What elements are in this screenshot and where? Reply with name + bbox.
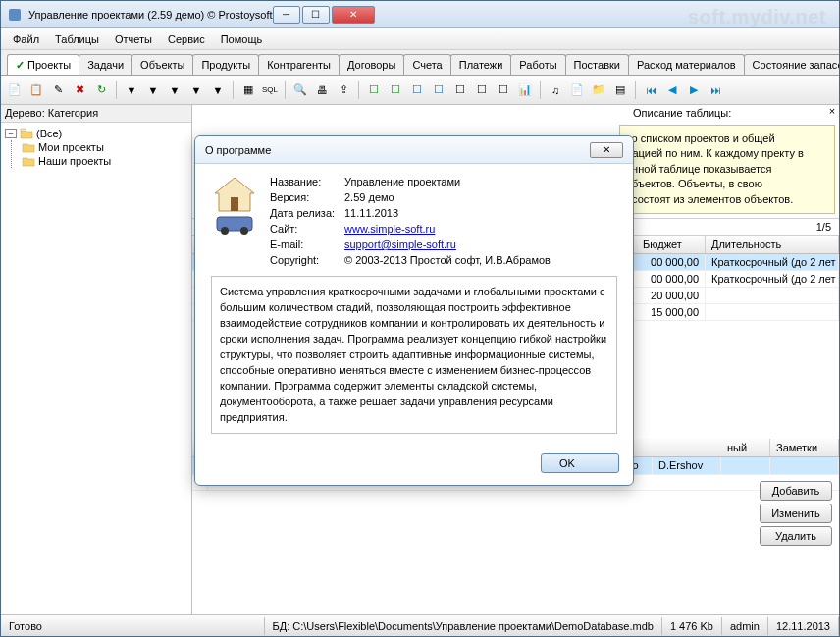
col-budget[interactable]: Бюджет bbox=[637, 236, 706, 253]
about-site-label: Сайт: bbox=[270, 223, 344, 235]
folder-open-icon bbox=[20, 128, 33, 139]
folder-icon[interactable]: 📁 bbox=[589, 80, 608, 100]
svg-point-5 bbox=[240, 227, 248, 235]
sql-icon[interactable]: SQL bbox=[260, 80, 280, 100]
tab-accounts[interactable]: Счета bbox=[403, 54, 450, 75]
export-icon[interactable]: ⇪ bbox=[334, 80, 353, 100]
last-icon[interactable]: ⏭ bbox=[706, 80, 725, 100]
new-icon[interactable]: 📄 bbox=[5, 80, 25, 100]
excel-icon[interactable]: ☐ bbox=[364, 80, 384, 100]
word-icon[interactable]: ☐ bbox=[407, 80, 427, 100]
about-app-icon bbox=[211, 176, 258, 235]
word2-icon[interactable]: ☐ bbox=[429, 80, 448, 100]
tab-deliveries[interactable]: Поставки bbox=[565, 54, 629, 75]
filter-icon[interactable]: ▼ bbox=[122, 80, 141, 100]
about-description: Система управления краткосрочными задача… bbox=[211, 276, 617, 434]
excel2-icon[interactable]: ☐ bbox=[386, 80, 405, 100]
group-icon[interactable]: ▦ bbox=[238, 80, 258, 100]
tree-my-projects[interactable]: Мои проекты bbox=[22, 140, 187, 154]
tab-materials[interactable]: Расход материалов bbox=[628, 54, 745, 75]
about-version-label: Версия: bbox=[270, 191, 344, 203]
tree-node-label: Наши проекты bbox=[38, 155, 111, 167]
close-button[interactable]: ✕ bbox=[332, 6, 375, 24]
menu-reports[interactable]: Отчеты bbox=[107, 30, 160, 48]
col-duration[interactable]: Длительность bbox=[706, 236, 839, 253]
xml-icon[interactable]: ☐ bbox=[494, 80, 513, 100]
html-icon[interactable]: ☐ bbox=[450, 80, 470, 100]
tab-objects[interactable]: Объекты bbox=[131, 54, 193, 75]
next-icon[interactable]: ▶ bbox=[684, 80, 704, 100]
info-box: со списком проектов и общей дацией по ни… bbox=[619, 125, 835, 214]
delete-icon[interactable]: ✖ bbox=[70, 80, 89, 100]
window-title: Управление проектами (2.59 демо) © Prost… bbox=[28, 9, 273, 21]
tab-tasks[interactable]: Задачи bbox=[79, 54, 132, 75]
print-icon[interactable]: 🖶 bbox=[312, 80, 332, 100]
refresh-icon[interactable]: ↻ bbox=[91, 80, 111, 100]
status-db: БД: C:\Users\Flexible\Documents\Управлен… bbox=[265, 617, 662, 635]
tab-products[interactable]: Продукты bbox=[192, 54, 259, 75]
status-user: admin bbox=[722, 617, 768, 635]
about-date-label: Дата релиза: bbox=[270, 207, 344, 219]
tree-our-projects[interactable]: Наши проекты bbox=[22, 154, 187, 168]
menu-help[interactable]: Помощь bbox=[213, 30, 271, 48]
filter-add-icon[interactable]: ▼ bbox=[143, 80, 163, 100]
svg-rect-2 bbox=[231, 197, 238, 211]
first-icon[interactable]: ⏮ bbox=[641, 80, 660, 100]
svg-rect-0 bbox=[9, 9, 21, 21]
about-email-label: E-mail: bbox=[270, 239, 344, 250]
app-icon bbox=[7, 7, 23, 23]
tab-contracts[interactable]: Договоры bbox=[339, 54, 404, 75]
tab-payments[interactable]: Платежи bbox=[450, 54, 512, 75]
status-date: 12.11.2013 bbox=[768, 617, 839, 635]
delete-button[interactable]: Удалить bbox=[760, 526, 832, 546]
music-icon[interactable]: ♫ bbox=[546, 80, 565, 100]
col-notes[interactable]: Заметки bbox=[770, 439, 839, 456]
edit-button[interactable]: Изменить bbox=[760, 504, 832, 523]
filter-del-icon[interactable]: ▼ bbox=[165, 80, 184, 100]
maximize-button[interactable]: ☐ bbox=[302, 6, 330, 24]
info-header: Описание таблицы: bbox=[629, 105, 825, 121]
panel-close-icon[interactable]: × bbox=[825, 105, 839, 121]
menu-tables[interactable]: Таблицы bbox=[47, 30, 107, 48]
tab-works[interactable]: Работы bbox=[510, 54, 565, 75]
about-name-value: Управление проектами bbox=[344, 176, 460, 187]
menu-file[interactable]: Файл bbox=[5, 30, 47, 48]
search-icon[interactable]: 🔍 bbox=[290, 80, 310, 100]
tree-panel: Дерево: Категория − (Все) Мои проекты На… bbox=[1, 105, 192, 614]
menu-service[interactable]: Сервис bbox=[160, 30, 213, 48]
about-email-link[interactable]: support@simple-soft.ru bbox=[344, 239, 456, 250]
tree-icon[interactable]: ▤ bbox=[610, 80, 630, 100]
action-buttons: Добавить Изменить Удалить bbox=[760, 481, 832, 546]
copy-icon[interactable]: 📋 bbox=[26, 80, 46, 100]
prev-icon[interactable]: ◀ bbox=[662, 80, 682, 100]
about-close-button[interactable]: ✕ bbox=[590, 142, 623, 158]
collapse-icon[interactable]: − bbox=[5, 129, 17, 138]
filter-x-icon[interactable]: ▼ bbox=[186, 80, 206, 100]
doc-icon[interactable]: 📄 bbox=[567, 80, 587, 100]
chart-icon[interactable]: 📊 bbox=[515, 80, 535, 100]
csv-icon[interactable]: ☐ bbox=[472, 80, 492, 100]
tree-header: Дерево: Категория bbox=[1, 105, 191, 123]
titlebar: Управление проектами (2.59 демо) © Prost… bbox=[1, 1, 839, 28]
tree-node-label: Мои проекты bbox=[38, 141, 104, 153]
svg-point-4 bbox=[221, 227, 229, 235]
folder-icon bbox=[22, 141, 35, 153]
tree-root[interactable]: − (Все) bbox=[5, 127, 187, 140]
tree-root-label: (Все) bbox=[36, 128, 62, 139]
tab-stock[interactable]: Состояние запасо bbox=[744, 54, 839, 75]
statusbar: Готово БД: C:\Users\Flexible\Documents\У… bbox=[1, 614, 839, 636]
about-ok-button[interactable]: OK bbox=[541, 453, 619, 473]
edit-icon[interactable]: ✎ bbox=[48, 80, 68, 100]
about-site-link[interactable]: www.simple-soft.ru bbox=[344, 223, 435, 235]
folder-icon bbox=[22, 155, 35, 167]
about-name-label: Название: bbox=[270, 176, 344, 187]
toolbar: 📄 📋 ✎ ✖ ↻ ▼ ▼ ▼ ▼ ▼ ▦ SQL 🔍 🖶 ⇪ ☐ ☐ ☐ ☐ … bbox=[1, 76, 839, 105]
about-title: О программе bbox=[205, 144, 590, 156]
tab-projects[interactable]: ✓Проекты bbox=[7, 54, 79, 76]
tab-contractors[interactable]: Контрагенты bbox=[258, 54, 340, 75]
add-button[interactable]: Добавить bbox=[760, 481, 832, 501]
filter-clear-icon[interactable]: ▼ bbox=[208, 80, 228, 100]
col-status-suffix[interactable]: ный bbox=[721, 439, 770, 456]
about-copyright-value: © 2003-2013 Простой софт, И.В.Абрамов bbox=[344, 254, 551, 266]
minimize-button[interactable]: ─ bbox=[273, 6, 300, 24]
